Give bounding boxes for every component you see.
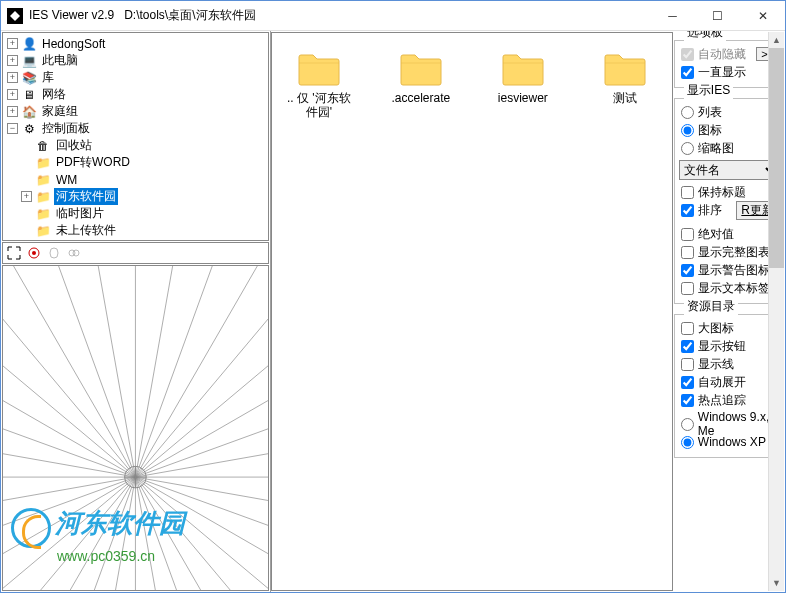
svg-line-38 xyxy=(135,349,267,477)
svg-line-6 xyxy=(135,477,267,521)
svg-line-40 xyxy=(135,433,267,477)
svg-line-36 xyxy=(135,282,267,478)
tree-item-label: 家庭组 xyxy=(40,103,80,120)
checkbox-full-chart[interactable]: 显示完整图表 xyxy=(679,243,779,261)
svg-line-22 xyxy=(3,477,135,521)
radio-winxp[interactable]: Windows XP xyxy=(679,433,779,451)
svg-line-27 xyxy=(3,313,135,477)
tree-item-label: 临时图片 xyxy=(54,205,106,222)
ies-preview xyxy=(2,265,269,591)
fullscreen-icon[interactable] xyxy=(5,244,23,262)
checkbox-auto-expand[interactable]: 自动展开 xyxy=(679,373,779,391)
radio-icon[interactable]: 图标 xyxy=(679,121,779,139)
tree-item[interactable]: +🖥网络 xyxy=(3,86,268,103)
checkbox-text-label[interactable]: 显示文本标签 xyxy=(679,279,779,297)
tree-expander-icon[interactable]: − xyxy=(7,123,18,134)
checkbox-sort[interactable]: 排序 R更新 xyxy=(679,201,779,219)
file-pane[interactable]: .. 仅 '河东软件园'.accelerateiesviewer测试 xyxy=(271,32,673,591)
svg-line-13 xyxy=(135,477,179,590)
svg-line-17 xyxy=(8,477,136,590)
tree-item-label: 回收站 xyxy=(54,137,94,154)
tree-item[interactable]: 📁WM xyxy=(3,171,268,188)
svg-line-29 xyxy=(8,266,136,477)
checkbox-abs[interactable]: 绝对值 xyxy=(679,225,779,243)
tree-item[interactable]: +🏠家庭组 xyxy=(3,103,268,120)
tree-item-label: 网络 xyxy=(40,86,68,103)
tree-expander-icon[interactable]: + xyxy=(7,106,18,117)
left-column: +👤HedongSoft+💻此电脑+📚库+🖥网络+🏠家庭组−⚙控制面板🗑回收站📁… xyxy=(1,31,271,592)
checkbox-large-icon[interactable]: 大图标 xyxy=(679,319,779,337)
checkbox-hot-track[interactable]: 热点追踪 xyxy=(679,391,779,409)
minimize-button[interactable]: ─ xyxy=(650,1,695,31)
checkbox-always-show[interactable]: 一直显示 xyxy=(679,63,779,81)
folder-label: .. 仅 '河东软件园' xyxy=(282,91,356,119)
checkbox-show-button[interactable]: 显示按钮 xyxy=(679,337,779,355)
net-icon: 🖥 xyxy=(21,87,37,103)
tree-item-label: 未上传软件 xyxy=(54,222,118,239)
folder-tree[interactable]: +👤HedongSoft+💻此电脑+📚库+🖥网络+🏠家庭组−⚙控制面板🗑回收站📁… xyxy=(2,32,269,241)
svg-point-2 xyxy=(32,251,36,255)
checkbox-show-line[interactable]: 显示线 xyxy=(679,355,779,373)
folder-item[interactable]: .accelerate xyxy=(384,47,458,105)
panel-display-title: 显示IES xyxy=(684,82,733,99)
tool-icon-2[interactable] xyxy=(65,244,83,262)
checkbox-keep-title[interactable]: 保持标题 xyxy=(679,183,779,201)
svg-line-15 xyxy=(91,477,135,590)
folder-label: 测试 xyxy=(613,91,637,105)
radio-list[interactable]: 列表 xyxy=(679,103,779,121)
tree-item[interactable]: +💻此电脑 xyxy=(3,52,268,69)
tree-expander-icon xyxy=(21,208,32,219)
folder-label: .accelerate xyxy=(392,91,451,105)
svg-line-28 xyxy=(3,282,135,478)
radio-thumb[interactable]: 缩略图 xyxy=(679,139,779,157)
tree-item[interactable]: −⚙控制面板 xyxy=(3,120,268,137)
radio-win9x[interactable]: Windows 9.x, Me xyxy=(679,415,779,433)
folder-icon: 📁 xyxy=(35,155,51,171)
tree-expander-icon[interactable]: + xyxy=(7,38,18,49)
tree-item[interactable]: 📁PDF转WORD xyxy=(3,154,268,171)
svg-line-26 xyxy=(3,349,135,477)
folder-icon xyxy=(397,47,445,87)
close-button[interactable]: ✕ xyxy=(740,1,785,31)
tree-item[interactable]: +👤HedongSoft xyxy=(3,35,268,52)
tree-expander-icon[interactable]: + xyxy=(21,191,32,202)
vertical-scrollbar[interactable]: ▲ ▼ xyxy=(768,32,784,591)
home-icon: 🏠 xyxy=(21,104,37,120)
tree-item[interactable]: 🗑回收站 xyxy=(3,137,268,154)
scroll-up-icon[interactable]: ▲ xyxy=(769,32,784,48)
tree-expander-icon[interactable]: + xyxy=(7,55,18,66)
folder-icon: 📁 xyxy=(35,206,51,222)
tree-expander-icon xyxy=(21,225,32,236)
checkbox-auto-hide[interactable]: 自动隐藏 >> xyxy=(679,45,779,63)
svg-line-25 xyxy=(3,390,135,477)
tree-expander-icon[interactable]: + xyxy=(7,89,18,100)
tree-expander-icon xyxy=(21,174,32,185)
panel-options-title: 选项板 xyxy=(684,31,726,41)
maximize-button[interactable]: ☐ xyxy=(695,1,740,31)
window-title: IES Viewer v2.9 D:\tools\桌面\河东软件园 xyxy=(29,7,256,24)
svg-line-16 xyxy=(48,477,135,590)
svg-line-21 xyxy=(3,477,135,564)
scroll-down-icon[interactable]: ▼ xyxy=(769,575,784,591)
tree-expander-icon[interactable]: + xyxy=(7,72,18,83)
svg-point-4 xyxy=(73,250,79,256)
folder-icon: 📁 xyxy=(35,189,51,205)
svg-line-11 xyxy=(135,477,263,590)
folder-item[interactable]: .. 仅 '河东软件园' xyxy=(282,47,356,119)
tool-icon-1[interactable] xyxy=(45,244,63,262)
filename-select[interactable]: 文件名 xyxy=(679,160,779,180)
svg-line-39 xyxy=(135,390,267,477)
scroll-thumb[interactable] xyxy=(769,48,784,268)
target-icon[interactable] xyxy=(25,244,43,262)
folder-item[interactable]: 测试 xyxy=(588,47,662,105)
tree-item[interactable]: 📁未上传软件 xyxy=(3,222,268,239)
preview-toolbar xyxy=(2,242,269,264)
tree-item[interactable]: 📁临时图片 xyxy=(3,205,268,222)
tree-item[interactable]: +📚库 xyxy=(3,69,268,86)
recycle-icon: 🗑 xyxy=(35,138,51,154)
svg-line-35 xyxy=(135,266,263,477)
checkbox-warn-icon[interactable]: 显示警告图标 xyxy=(679,261,779,279)
tree-item[interactable]: +📁河东软件园 xyxy=(3,188,268,205)
ctrl-icon: ⚙ xyxy=(21,121,37,137)
folder-item[interactable]: iesviewer xyxy=(486,47,560,105)
